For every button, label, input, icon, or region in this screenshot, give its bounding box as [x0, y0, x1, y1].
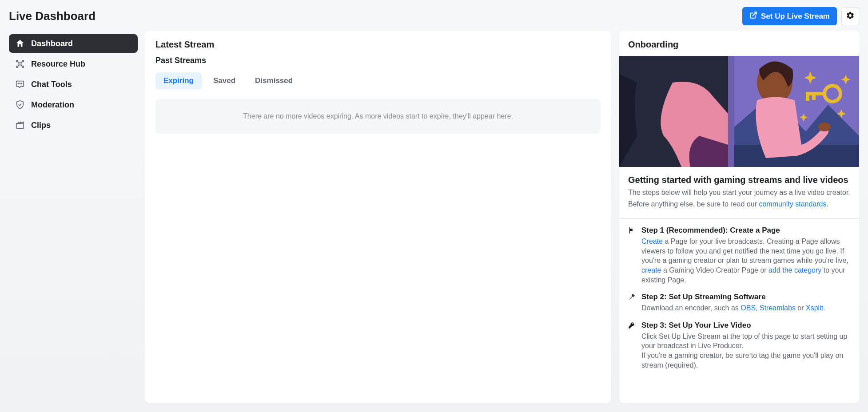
sidebar-item-moderation[interactable]: Moderation [9, 95, 138, 114]
sidebar: Dashboard Resource Hub Chat Tools Modera… [9, 31, 138, 403]
xsplit-link[interactable]: Xsplit [806, 304, 823, 312]
empty-state-message: There are no more videos expiring. As mo… [243, 112, 513, 120]
svg-line-0 [753, 12, 757, 16]
settings-button[interactable] [841, 8, 859, 25]
step-body: Download an encoder, such as OBS, Stream… [641, 303, 825, 313]
flag-icon [628, 227, 636, 285]
svg-point-11 [20, 83, 20, 83]
text: or [796, 304, 806, 312]
svg-line-9 [21, 65, 22, 66]
tab-expiring[interactable]: Expiring [155, 72, 202, 89]
home-icon [15, 39, 25, 48]
obs-link[interactable]: OBS [741, 304, 756, 312]
onboarding-intro-line2: Before anything else, be sure to read ou… [628, 199, 850, 209]
svg-rect-17 [728, 56, 734, 167]
setup-button-label: Set Up Live Stream [761, 12, 830, 21]
streams-card: Latest Stream Past Streams Expiring Save… [145, 31, 611, 403]
shield-icon [15, 100, 25, 110]
svg-line-15 [20, 122, 21, 123]
onboarding-step-2: Step 2: Set Up Streaming Software Downlo… [628, 293, 850, 313]
chat-icon [15, 79, 25, 89]
svg-rect-24 [812, 95, 816, 100]
svg-point-20 [818, 123, 831, 131]
text: . [826, 200, 828, 208]
onboarding-illustration [619, 56, 859, 167]
step-body-line1: Click Set Up Live Stream at the top of t… [641, 332, 850, 351]
onboarding-card: Onboarding [619, 31, 859, 403]
gear-icon [846, 11, 855, 21]
latest-stream-heading: Latest Stream [155, 40, 601, 50]
tab-saved[interactable]: Saved [205, 72, 243, 89]
onboarding-heading: Onboarding [619, 40, 859, 56]
onboarding-step-1: Step 1 (Recommended): Create a Page Crea… [628, 226, 850, 285]
key-icon [628, 322, 636, 370]
onboarding-title: Getting started with gaming streams and … [628, 175, 850, 185]
setup-live-stream-button[interactable]: Set Up Live Stream [742, 7, 837, 25]
sidebar-item-label: Chat Tools [31, 80, 72, 89]
streamlabs-link[interactable]: Streamlabs [760, 304, 796, 312]
onboarding-steps: Step 1 (Recommended): Create a Page Crea… [619, 219, 859, 385]
svg-line-8 [18, 65, 19, 66]
step-title: Step 2: Set Up Streaming Software [641, 293, 825, 301]
sidebar-item-label: Dashboard [31, 39, 73, 48]
svg-rect-22 [806, 92, 826, 95]
step-title: Step 3: Set Up Your Live Video [641, 321, 850, 330]
sidebar-item-clips[interactable]: Clips [9, 116, 138, 135]
svg-point-5 [22, 66, 24, 68]
page-title: Live Dashboard [9, 9, 96, 23]
text: a Page for your live broadcasts. Creatin… [641, 238, 848, 264]
text: Download an encoder, such as [641, 304, 741, 312]
topbar: Live Dashboard Set Up Live Stream [0, 0, 868, 31]
community-standards-link[interactable]: community standards [759, 200, 826, 208]
text: a Gaming Video Creator Page or [661, 266, 768, 274]
topbar-actions: Set Up Live Stream [742, 7, 859, 25]
text: Before anything else, be sure to read ou… [628, 200, 759, 208]
step-body-line2: If you're a gaming creator, be sure to t… [641, 351, 850, 370]
stream-tabs: Expiring Saved Dismissed [155, 72, 601, 89]
svg-rect-23 [806, 95, 809, 101]
svg-rect-13 [16, 123, 24, 128]
clapper-icon [15, 120, 25, 130]
empty-state: There are no more videos expiring. As mo… [155, 99, 601, 134]
wrench-icon [628, 293, 636, 313]
svg-point-2 [16, 60, 18, 62]
sidebar-item-chat-tools[interactable]: Chat Tools [9, 75, 138, 94]
svg-line-7 [21, 62, 22, 63]
tab-dismissed[interactable]: Dismissed [247, 72, 301, 89]
add-category-link[interactable]: add the category [768, 266, 821, 274]
svg-line-6 [18, 62, 19, 63]
past-streams-heading: Past Streams [155, 56, 601, 65]
svg-point-3 [22, 60, 24, 62]
svg-point-12 [21, 83, 22, 83]
resource-icon [15, 59, 25, 69]
sidebar-item-resource-hub[interactable]: Resource Hub [9, 55, 138, 73]
text: . [823, 304, 825, 312]
external-link-icon [749, 11, 757, 21]
onboarding-intro: Getting started with gaming streams and … [619, 167, 859, 219]
sidebar-item-label: Clips [31, 121, 51, 130]
onboarding-intro-line1: The steps below will help you start your… [628, 188, 850, 198]
sidebar-item-label: Moderation [31, 100, 74, 110]
onboarding-step-3: Step 3: Set Up Your Live Video Click Set… [628, 321, 850, 370]
step-title: Step 1 (Recommended): Create a Page [641, 226, 850, 235]
svg-point-10 [18, 83, 19, 83]
text: , [756, 304, 760, 312]
create-gaming-page-link[interactable]: create [641, 266, 661, 274]
sidebar-item-label: Resource Hub [31, 59, 85, 69]
sidebar-item-dashboard[interactable]: Dashboard [9, 34, 138, 53]
svg-point-1 [19, 63, 21, 65]
step-body: Create a Page for your live broadcasts. … [641, 237, 850, 285]
create-page-link[interactable]: Create [641, 238, 663, 245]
svg-point-4 [16, 66, 18, 68]
